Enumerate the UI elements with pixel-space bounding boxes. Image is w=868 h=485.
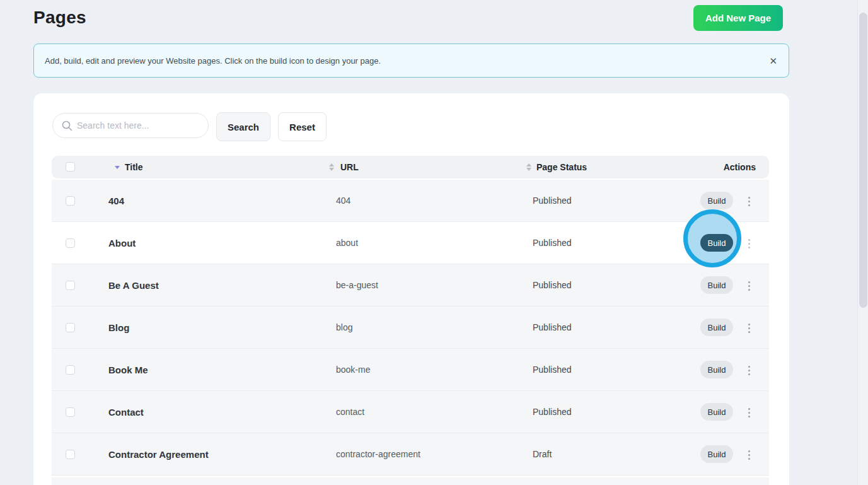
cell-url: blog: [336, 322, 352, 332]
table-row: Be A Guest be-a-guest Published Build: [52, 264, 769, 307]
cell-url: 404: [336, 196, 350, 206]
column-header-status[interactable]: Page Status: [536, 162, 587, 172]
ellipsis-icon: [748, 285, 750, 287]
search-box: [52, 113, 209, 138]
row-checkbox[interactable]: [66, 407, 75, 417]
page-title: Pages: [33, 8, 86, 28]
scrollbar-thumb[interactable]: [859, 13, 867, 308]
table-row: 404 404 Published Build: [52, 180, 769, 222]
column-header-title[interactable]: Title: [125, 162, 143, 172]
cell-status: Published: [533, 407, 572, 417]
table-row: Contractor Agreement contractor-agreemen…: [52, 433, 769, 476]
table-row: Contact contact Published Build: [52, 391, 769, 433]
cell-url: about: [336, 238, 358, 248]
search-input[interactable]: [77, 114, 203, 137]
row-checkbox[interactable]: [66, 196, 75, 206]
cell-url: contractor-agreement: [336, 449, 420, 459]
row-menu-button[interactable]: [743, 405, 755, 420]
sort-icon: [526, 163, 531, 171]
banner-text: Add, build, edit and preview your Websit…: [45, 56, 381, 66]
search-icon: [61, 120, 73, 132]
ellipsis-icon: [748, 370, 750, 371]
ellipsis-icon: [748, 201, 750, 202]
cell-status: Published: [533, 280, 572, 290]
row-checkbox[interactable]: [66, 365, 75, 375]
column-header-url[interactable]: URL: [340, 162, 359, 172]
cell-url: book-me: [336, 365, 370, 375]
ellipsis-icon: [748, 412, 750, 414]
cell-url: be-a-guest: [336, 280, 378, 290]
cell-status: Published: [533, 322, 572, 332]
table-row-partial: [52, 477, 769, 485]
table-row: Blog blog Published Build: [52, 307, 769, 349]
cell-title: 404: [108, 196, 124, 206]
table-rows: 404 404 Published Build About about Publ…: [52, 180, 769, 476]
table-header: Title URL Page Status Actions: [52, 156, 769, 178]
row-menu-button[interactable]: [743, 236, 755, 251]
build-button[interactable]: Build: [700, 403, 733, 421]
ellipsis-icon: [748, 243, 750, 245]
row-menu-button[interactable]: [743, 363, 755, 378]
cell-status: Published: [533, 365, 572, 375]
build-button[interactable]: Build: [700, 276, 733, 294]
column-header-actions: Actions: [724, 162, 756, 172]
pages-table: Title URL Page Status Actions 404 404 Pu…: [52, 156, 769, 485]
row-checkbox[interactable]: [66, 238, 75, 248]
table-row: Book Me book-me Published Build: [52, 349, 769, 391]
row-menu-button[interactable]: [743, 447, 755, 462]
cell-title: Blog: [108, 322, 129, 333]
add-new-page-button[interactable]: Add New Page: [693, 5, 783, 31]
cell-title: Book Me: [108, 365, 148, 375]
cell-url: contact: [336, 407, 364, 417]
page-scrollbar: [857, 0, 868, 485]
select-all-checkbox[interactable]: [66, 162, 75, 172]
build-button[interactable]: Build: [700, 234, 733, 252]
sort-descending-icon: [115, 166, 120, 169]
row-checkbox[interactable]: [66, 281, 75, 290]
row-menu-button[interactable]: [743, 278, 755, 293]
cell-title: Be A Guest: [108, 280, 159, 291]
content-card: Search Reset Title URL Page Status Actio…: [33, 93, 789, 485]
info-banner: Add, build, edit and preview your Websit…: [33, 44, 789, 78]
row-menu-button[interactable]: [743, 320, 755, 336]
cell-status: Draft: [533, 449, 552, 459]
search-button[interactable]: Search: [216, 112, 270, 141]
sort-icon: [329, 163, 334, 171]
banner-close-button[interactable]: ✕: [767, 54, 780, 68]
cell-title: Contractor Agreement: [108, 449, 209, 460]
cell-status: Published: [533, 238, 572, 248]
table-row: About about Published Build: [52, 222, 769, 264]
reset-button[interactable]: Reset: [278, 112, 327, 141]
close-icon: ✕: [769, 56, 777, 66]
cell-status: Published: [533, 196, 572, 206]
build-button[interactable]: Build: [700, 445, 733, 463]
row-menu-button[interactable]: [743, 194, 755, 209]
row-checkbox[interactable]: [66, 450, 75, 459]
build-button[interactable]: Build: [700, 361, 733, 378]
ellipsis-icon: [748, 454, 750, 456]
cell-title: Contact: [108, 407, 144, 418]
cell-title: About: [108, 238, 136, 248]
build-button[interactable]: Build: [700, 192, 733, 209]
ellipsis-icon: [748, 327, 750, 329]
row-checkbox[interactable]: [66, 323, 75, 332]
build-button[interactable]: Build: [700, 318, 733, 336]
